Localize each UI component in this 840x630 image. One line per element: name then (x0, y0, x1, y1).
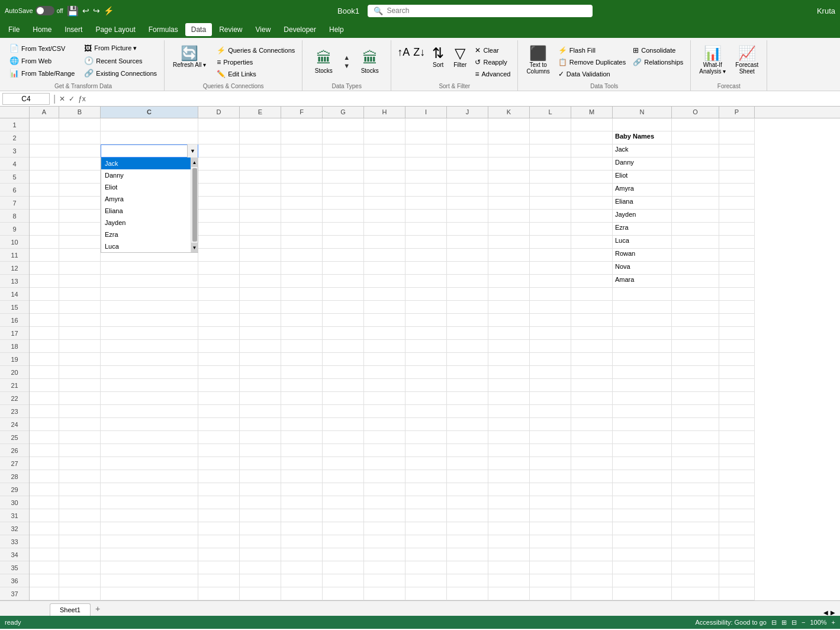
cell-D20[interactable] (198, 366, 240, 379)
cell-J13[interactable] (447, 275, 488, 288)
cell-J15[interactable] (447, 301, 488, 314)
cell-J26[interactable] (447, 444, 488, 457)
cell-N7[interactable]: Eliana (613, 197, 672, 210)
dropdown-item-ezra[interactable]: Ezra (101, 229, 191, 240)
cell-K28[interactable] (488, 470, 530, 483)
cell-N34[interactable] (613, 548, 672, 561)
cell-M27[interactable] (571, 457, 613, 470)
cell-F17[interactable] (281, 327, 323, 340)
cell-J35[interactable] (447, 561, 488, 574)
cell-K2[interactable] (488, 131, 530, 144)
cell-A35[interactable] (30, 561, 59, 574)
cell-O5[interactable] (672, 171, 719, 184)
cell-P30[interactable] (719, 496, 755, 509)
cell-D11[interactable] (198, 249, 240, 262)
cell-D10[interactable] (198, 236, 240, 249)
cell-N8[interactable]: Jayden (613, 210, 672, 223)
cell-I6[interactable] (405, 184, 447, 197)
cell-N28[interactable] (613, 470, 672, 483)
cell-D27[interactable] (198, 457, 240, 470)
cell-P31[interactable] (719, 509, 755, 522)
sort-button[interactable]: ⇅ Sort (429, 43, 448, 70)
cell-O12[interactable] (672, 262, 719, 275)
cell-J5[interactable] (447, 171, 488, 184)
cell-E6[interactable] (240, 184, 281, 197)
cell-I28[interactable] (405, 470, 447, 483)
cell-E10[interactable] (240, 236, 281, 249)
cell-L30[interactable] (530, 496, 571, 509)
search-input[interactable] (387, 7, 505, 15)
cell-A22[interactable] (30, 392, 59, 405)
cell-M26[interactable] (571, 444, 613, 457)
cell-D9[interactable] (198, 223, 240, 236)
cell-P26[interactable] (719, 444, 755, 457)
cell-H32[interactable] (364, 522, 405, 535)
cell-O33[interactable] (672, 535, 719, 548)
cell-E4[interactable] (240, 158, 281, 171)
cell-K21[interactable] (488, 379, 530, 392)
cell-F7[interactable] (281, 197, 323, 210)
cell-D23[interactable] (198, 405, 240, 418)
cell-B4[interactable] (59, 158, 101, 171)
cell-D26[interactable] (198, 444, 240, 457)
cell-P9[interactable] (719, 223, 755, 236)
cell-E18[interactable] (240, 340, 281, 353)
cell-J23[interactable] (447, 405, 488, 418)
cell-I34[interactable] (405, 548, 447, 561)
cell-B34[interactable] (59, 548, 101, 561)
cell-M11[interactable] (571, 249, 613, 262)
cell-P27[interactable] (719, 457, 755, 470)
cell-P32[interactable] (719, 522, 755, 535)
cell-G14[interactable] (323, 288, 364, 301)
existing-connections-button[interactable]: 🔗 Existing Connections (82, 68, 159, 79)
cell-I22[interactable] (405, 392, 447, 405)
cell-O7[interactable] (672, 197, 719, 210)
cell-O29[interactable] (672, 483, 719, 496)
cell-P28[interactable] (719, 470, 755, 483)
cell-H20[interactable] (364, 366, 405, 379)
cell-K26[interactable] (488, 444, 530, 457)
search-box[interactable]: 🔍 (368, 5, 593, 17)
cell-M7[interactable] (571, 197, 613, 210)
cell-K30[interactable] (488, 496, 530, 509)
cell-B35[interactable] (59, 561, 101, 574)
cell-K37[interactable] (488, 587, 530, 600)
cell-D25[interactable] (198, 431, 240, 444)
cell-D5[interactable] (198, 171, 240, 184)
cell-G34[interactable] (323, 548, 364, 561)
cell-B16[interactable] (59, 314, 101, 327)
cell-I9[interactable] (405, 223, 447, 236)
cell-F34[interactable] (281, 548, 323, 561)
cell-L18[interactable] (530, 340, 571, 353)
from-web-button[interactable]: 🌐 From Web (7, 55, 77, 66)
cell-O20[interactable] (672, 366, 719, 379)
cell-D32[interactable] (198, 522, 240, 535)
cell-E32[interactable] (240, 522, 281, 535)
cell-H34[interactable] (364, 548, 405, 561)
cell-G3[interactable] (323, 144, 364, 158)
cell-G35[interactable] (323, 561, 364, 574)
cell-A16[interactable] (30, 314, 59, 327)
cell-P34[interactable] (719, 548, 755, 561)
cell-B29[interactable] (59, 483, 101, 496)
cell-A13[interactable] (30, 275, 59, 288)
add-sheet-button[interactable]: + (91, 602, 105, 616)
cell-L9[interactable] (530, 223, 571, 236)
cell-F24[interactable] (281, 418, 323, 431)
cell-G31[interactable] (323, 509, 364, 522)
cell-A17[interactable] (30, 327, 59, 340)
cell-G32[interactable] (323, 522, 364, 535)
cell-I3[interactable] (405, 144, 447, 158)
cell-I8[interactable] (405, 210, 447, 223)
more-tools-icon[interactable]: ⚡ (104, 6, 114, 15)
cell-K8[interactable] (488, 210, 530, 223)
cell-O8[interactable] (672, 210, 719, 223)
menu-home[interactable]: Home (27, 23, 57, 36)
cell-O22[interactable] (672, 392, 719, 405)
cell-G19[interactable] (323, 353, 364, 366)
cell-J16[interactable] (447, 314, 488, 327)
cell-C24[interactable] (101, 418, 198, 431)
cell-F23[interactable] (281, 405, 323, 418)
cell-B32[interactable] (59, 522, 101, 535)
cell-O13[interactable] (672, 275, 719, 288)
